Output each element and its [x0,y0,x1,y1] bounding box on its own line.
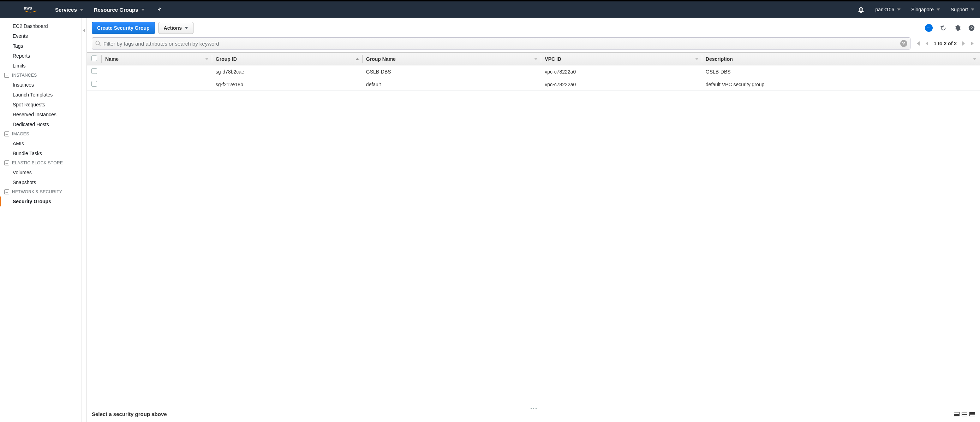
nav-account[interactable]: pank106 [875,7,900,12]
caret-down-icon [141,7,145,13]
caret-down-icon [897,7,900,12]
svg-point-1 [928,27,928,28]
cell-group-id: sg-d78b2cae [212,66,363,78]
cell-vpc-id: vpc-c78222a0 [541,66,702,78]
actions-button-label: Actions [164,25,182,31]
sidebar-item-bundle-tasks[interactable]: Bundle Tasks [0,149,81,158]
actions-button[interactable]: Actions [159,22,194,34]
pager-text: 1 to 2 of 2 [934,41,957,46]
settings-gear-icon[interactable] [954,24,961,32]
row-checkbox[interactable] [91,81,97,86]
collapse-icon: – [4,131,9,136]
sidebar: EC2 Dashboard Events Tags Reports Limits… [0,18,82,422]
cell-description: GSLB-DBS [702,66,980,78]
col-label: VPC ID [545,56,561,62]
table-row[interactable]: sg-d78b2cae GSLB-DBS vpc-c78222a0 GSLB-D… [87,66,980,78]
col-label: Group ID [216,56,237,62]
svg-point-3 [929,27,930,28]
collapse-icon: – [4,189,9,194]
pin-icon[interactable] [157,7,162,13]
sidebar-item-security-groups[interactable]: Security Groups [0,197,81,206]
select-all-checkbox[interactable] [91,56,97,61]
sidebar-section-label: ELASTIC BLOCK STORE [12,160,63,165]
sidebar-item-instances[interactable]: Instances [0,80,81,90]
sidebar-section-ebs[interactable]: – ELASTIC BLOCK STORE [0,158,81,168]
nav-resource-groups[interactable]: Resource Groups [94,7,145,13]
cell-description: default VPC security group [702,78,980,91]
table-row[interactable]: sg-f212e18b default vpc-c78222a0 default… [87,78,980,91]
sidebar-item-launch-templates[interactable]: Launch Templates [0,90,81,100]
sort-icon [695,56,698,62]
content: Create Security Group Actions ? [87,18,980,422]
top-nav: aws Services Resource Groups pank106 Sin… [0,2,980,18]
filter-input[interactable] [101,41,900,46]
col-label: Group Name [366,56,396,62]
sidebar-item-tags[interactable]: Tags [0,41,81,51]
pager-prev-icon[interactable] [924,41,929,46]
sidebar-item-snapshots[interactable]: Snapshots [0,177,81,187]
aws-logo[interactable]: aws [21,5,41,14]
sidebar-section-netsec[interactable]: – NETWORK & SECURITY [0,187,81,197]
sidebar-item-reserved-instances[interactable]: Reserved Instances [0,110,81,120]
cell-vpc-id: vpc-c78222a0 [541,78,702,91]
detail-empty-text: Select a security group above [92,411,167,417]
sort-icon [534,56,538,62]
filter-row: ? 1 to 2 of 2 [87,37,980,52]
sidebar-item-spot-requests[interactable]: Spot Requests [0,100,81,110]
filter-help-icon[interactable]: ? [900,40,907,47]
cell-name [102,66,212,78]
refresh-icon[interactable] [940,24,947,32]
nav-support-label: Support [951,7,968,12]
pager-next-icon[interactable] [961,41,966,46]
caret-down-icon [80,7,83,13]
caret-down-icon [937,7,940,12]
sidebar-section-instances[interactable]: – INSTANCES [0,71,81,80]
pager: 1 to 2 of 2 [915,41,975,46]
col-vpc-id[interactable]: VPC ID [541,53,702,66]
search-icon [95,40,101,46]
sort-asc-icon [355,56,359,62]
col-group-name[interactable]: Group Name [363,53,541,66]
nav-services[interactable]: Services [55,7,83,13]
sidebar-collapse-handle[interactable] [82,18,87,422]
toolbar: Create Security Group Actions ? [87,18,980,37]
nav-support[interactable]: Support [951,7,974,12]
nav-resource-groups-label: Resource Groups [94,7,138,13]
nav-region[interactable]: Singapore [911,7,940,12]
collapse-icon: – [4,73,9,78]
feedback-icon[interactable] [925,24,933,32]
help-icon[interactable]: ? [968,24,975,32]
collapse-icon: – [4,160,9,165]
sidebar-section-label: NETWORK & SECURITY [12,189,62,194]
drag-handle-icon [531,408,536,409]
panel-splitter[interactable] [87,407,980,410]
sidebar-section-images[interactable]: – IMAGES [0,129,81,139]
col-group-id[interactable]: Group ID [212,53,363,66]
notifications-bell-icon[interactable] [858,6,865,13]
cell-group-name: GSLB-DBS [363,66,541,78]
layout-bottom-icon[interactable] [954,412,959,416]
sidebar-item-amis[interactable]: AMIs [0,139,81,149]
sidebar-item-dedicated-hosts[interactable]: Dedicated Hosts [0,120,81,129]
pager-last-icon[interactable] [970,41,975,46]
sort-icon [973,56,977,62]
row-checkbox[interactable] [91,68,97,74]
detail-panel: Select a security group above [87,410,980,422]
sidebar-item-volumes[interactable]: Volumes [0,168,81,177]
pager-first-icon[interactable] [915,41,920,46]
sidebar-item-ec2-dashboard[interactable]: EC2 Dashboard [0,21,81,31]
security-groups-table: Name Group ID Group Name [87,52,980,91]
create-security-group-button[interactable]: Create Security Group [92,22,155,34]
sidebar-section-label: IMAGES [12,131,29,136]
layout-split-icon[interactable] [962,412,967,416]
col-description[interactable]: Description [702,53,980,66]
filter-search[interactable]: ? [92,37,910,50]
nav-account-label: pank106 [875,7,894,12]
col-name[interactable]: Name [102,53,212,66]
caret-down-icon [971,7,974,12]
svg-point-6 [95,41,100,45]
sidebar-item-reports[interactable]: Reports [0,51,81,61]
sidebar-item-limits[interactable]: Limits [0,61,81,71]
sidebar-item-events[interactable]: Events [0,31,81,41]
layout-top-icon[interactable] [969,412,975,416]
